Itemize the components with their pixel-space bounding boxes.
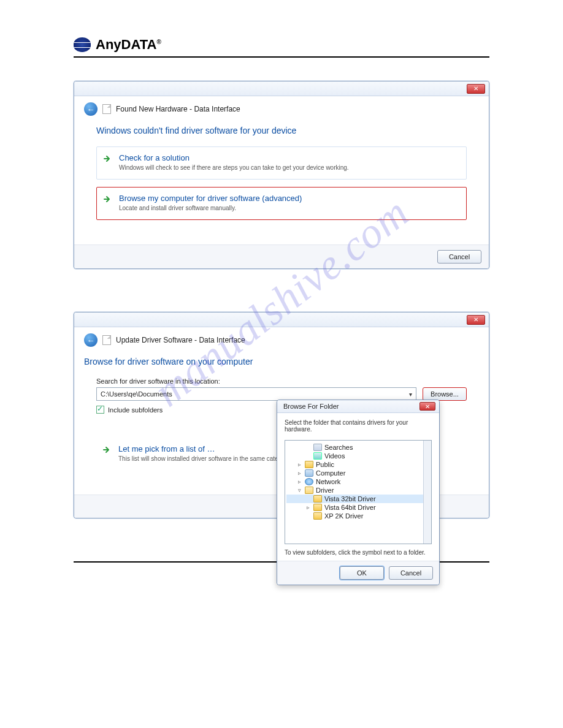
breadcrumb-text: Update Driver Software - Data Interface	[116, 336, 245, 344]
update-driver-software-wizard: ✕ ← Update Driver Software - Data Interf…	[74, 312, 489, 518]
folder-icon	[313, 504, 322, 511]
arrow-right-icon	[102, 446, 111, 454]
tree-item-vista32[interactable]: Vista 32bit Driver	[286, 495, 430, 503]
videos-folder-icon	[313, 452, 322, 460]
browse-for-folder-dialog: Browse For Folder ✕ Select the folder th…	[277, 400, 440, 585]
arrow-right-icon	[103, 154, 112, 163]
tree-item-driver[interactable]: ▿Driver	[286, 486, 430, 495]
search-folder-icon	[313, 444, 322, 451]
browse-button[interactable]: Browse...	[423, 387, 467, 401]
brand-registered: ®	[156, 39, 161, 45]
path-dropdown[interactable]: C:\Users\qe\Documents	[96, 387, 416, 401]
option-check-solution[interactable]: Check for a solution Windows will check …	[96, 146, 467, 180]
arrow-right-icon	[103, 195, 112, 203]
cancel-button[interactable]: Cancel	[437, 250, 481, 264]
tree-item-searches[interactable]: Searches	[286, 443, 430, 452]
button-bar: Cancel	[74, 245, 489, 268]
brand-name: AnyDATA®	[96, 37, 161, 53]
dialog-hint: To view subfolders, click the symbol nex…	[277, 549, 439, 561]
page-icon	[102, 104, 111, 114]
folder-open-icon	[305, 487, 313, 494]
option-browse-computer[interactable]: Browse my computer for driver software (…	[96, 187, 467, 220]
page-header: AnyDATA®	[74, 37, 489, 58]
include-subfolders-label: Include subfolders	[108, 406, 163, 414]
search-location-label: Search for driver software in this locat…	[96, 377, 467, 385]
globe-icon	[74, 37, 91, 52]
ok-button[interactable]: OK	[340, 566, 384, 580]
dialog-instruction: Select the folder that contains drivers …	[277, 413, 439, 436]
window-titlebar: ✕	[74, 313, 489, 327]
folder-icon	[313, 512, 322, 520]
close-icon[interactable]: ✕	[467, 84, 485, 94]
tree-item-network[interactable]: ▹Network	[286, 477, 430, 486]
back-arrow-icon[interactable]: ←	[84, 102, 98, 116]
page-icon	[102, 335, 111, 345]
network-icon	[305, 478, 313, 485]
tree-item-videos[interactable]: Videos	[286, 452, 430, 460]
cancel-button[interactable]: Cancel	[389, 566, 433, 580]
option-title: Check for a solution	[119, 153, 459, 162]
folder-tree[interactable]: Searches Videos ▹Public ▹Computer ▹Netwo…	[285, 440, 432, 544]
dialog-titlebar: Browse For Folder ✕	[277, 400, 439, 413]
option-title: Browse my computer for driver software (…	[119, 194, 459, 203]
path-value: C:\Users\qe\Documents	[101, 390, 172, 398]
folder-icon	[313, 495, 322, 502]
option-subtext: Locate and install driver software manua…	[119, 204, 459, 212]
tree-item-public[interactable]: ▹Public	[286, 460, 430, 469]
brand-text: AnyDATA	[96, 37, 156, 52]
close-icon[interactable]: ✕	[467, 315, 485, 325]
found-new-hardware-wizard: ✕ ← Found New Hardware - Data Interface …	[74, 81, 489, 269]
wizard-breadcrumb: ← Found New Hardware - Data Interface	[84, 101, 479, 122]
option-subtext: Windows will check to see if there are s…	[119, 164, 459, 172]
tree-item-xp2k[interactable]: XP 2K Driver	[286, 512, 430, 520]
dialog-title: Browse For Folder	[283, 403, 339, 410]
close-icon[interactable]: ✕	[419, 402, 435, 411]
window-titlebar: ✕	[74, 82, 489, 96]
back-arrow-icon[interactable]: ←	[84, 333, 98, 347]
include-subfolders-checkbox[interactable]	[96, 406, 104, 414]
breadcrumb-text: Found New Hardware - Data Interface	[116, 105, 240, 113]
tree-item-computer[interactable]: ▹Computer	[286, 469, 430, 477]
tree-scrollbar[interactable]	[423, 441, 431, 544]
tree-item-vista64[interactable]: ▹Vista 64bit Driver	[286, 503, 430, 512]
wizard-heading: Windows couldn't find driver software fo…	[96, 126, 479, 135]
dialog-button-bar: OK Cancel	[277, 561, 439, 585]
wizard-breadcrumb: ← Update Driver Software - Data Interfac…	[84, 332, 479, 353]
computer-icon	[305, 469, 313, 477]
wizard-heading: Browse for driver software on your compu…	[84, 357, 479, 366]
folder-icon	[305, 461, 313, 468]
